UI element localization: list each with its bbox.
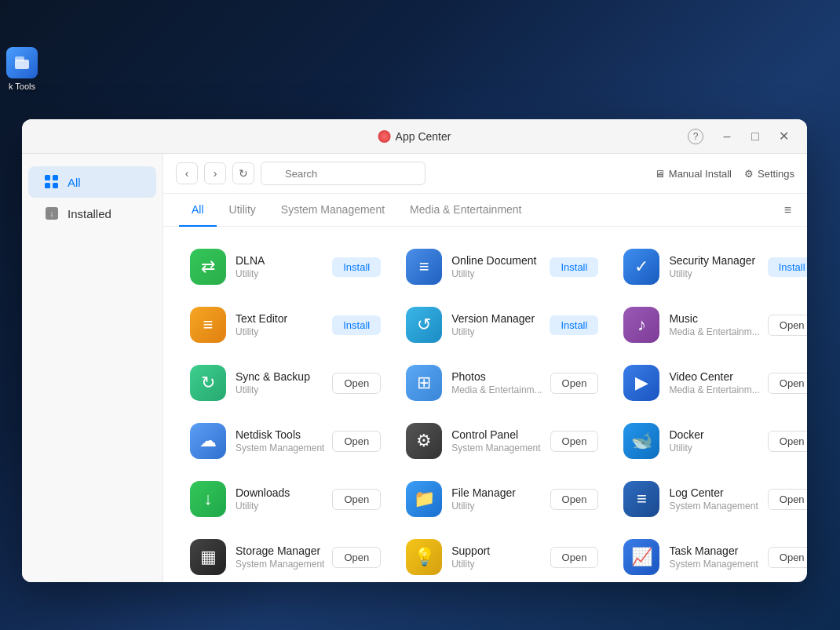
app-action-text-editor[interactable]: Install — [332, 315, 381, 335]
app-info-security-manager: Security Manager Utility — [669, 254, 759, 279]
app-action-storage-manager[interactable]: Open — [332, 547, 381, 568]
app-action-video-center[interactable]: Open — [768, 373, 807, 394]
app-item-text-editor[interactable]: ≡ Text Editor Utility Install — [179, 297, 392, 352]
app-info-file-manager: File Manager Utility — [451, 486, 542, 512]
app-info-sync-backup: Sync & Backup Utility — [236, 370, 324, 395]
app-category-log-center: System Management — [669, 501, 759, 512]
svg-rect-2 — [45, 175, 50, 180]
app-icon-log-center: ≡ — [623, 481, 659, 517]
app-info-text-editor: Text Editor Utility — [236, 312, 324, 337]
app-action-support[interactable]: Open — [550, 547, 599, 568]
app-item-support[interactable]: 💡 Support Utility Open — [395, 530, 609, 582]
app-name-version-manager: Version Manager — [451, 312, 542, 325]
app-name-downloads: Downloads — [236, 486, 324, 499]
app-item-storage-manager[interactable]: ▦ Storage Manager System Management Open — [179, 530, 392, 582]
app-icon-netdisk-tools: ☁ — [190, 423, 226, 459]
app-info-netdisk-tools: Netdisk Tools System Management — [236, 428, 324, 453]
app-info-music: Music Media & Entertainm... — [669, 312, 759, 337]
installed-icon: ↓ — [44, 206, 60, 221]
tab-system-management[interactable]: System Management — [268, 194, 397, 227]
app-item-dlna[interactable]: ⇄ DLNA Utility Install — [179, 239, 392, 294]
app-action-music[interactable]: Open — [768, 315, 807, 336]
app-action-security-manager[interactable]: Install — [768, 257, 807, 277]
window-title: App Center — [378, 130, 451, 143]
help-button[interactable]: ? — [688, 129, 703, 144]
svg-rect-4 — [45, 183, 50, 188]
sidebar: All ↓ Installed — [22, 154, 163, 582]
tab-media-entertainment[interactable]: Media & Entertainment — [397, 194, 534, 227]
app-action-online-document[interactable]: Install — [550, 257, 598, 277]
maximize-button[interactable]: □ — [744, 126, 766, 147]
app-action-netdisk-tools[interactable]: Open — [332, 431, 381, 452]
forward-button[interactable]: › — [204, 162, 226, 184]
app-name-log-center: Log Center — [669, 486, 759, 499]
close-button[interactable]: ✕ — [772, 126, 794, 147]
app-info-video-center: Video Center Media & Entertainm... — [669, 370, 759, 395]
app-action-version-manager[interactable]: Install — [550, 315, 598, 335]
app-action-sync-backup[interactable]: Open — [332, 373, 381, 394]
app-category-control-panel: System Management — [451, 442, 542, 453]
app-item-file-manager[interactable]: 📁 File Manager Utility Open — [395, 472, 609, 526]
desktop-icon-netdisk[interactable]: k Tools — [6, 47, 38, 91]
apps-grid: ⇄ DLNA Utility Install ≡ Online Document… — [163, 227, 807, 582]
app-name-photos: Photos — [451, 370, 542, 383]
app-name-docker: Docker — [669, 428, 759, 441]
app-item-task-manager[interactable]: 📈 Task Manager System Management Open — [612, 530, 807, 582]
app-info-support: Support Utility — [451, 544, 542, 570]
search-input[interactable] — [261, 162, 425, 185]
sidebar-item-all[interactable]: All — [28, 166, 156, 198]
app-action-photos[interactable]: Open — [550, 373, 599, 394]
app-category-support: Utility — [451, 559, 542, 570]
app-action-log-center[interactable]: Open — [768, 489, 807, 510]
svg-rect-3 — [53, 175, 58, 180]
app-category-version-manager: Utility — [451, 326, 542, 337]
app-item-netdisk-tools[interactable]: ☁ Netdisk Tools System Management Open — [179, 413, 392, 468]
app-category-security-manager: Utility — [669, 268, 759, 279]
refresh-button[interactable]: ↻ — [232, 162, 254, 184]
app-item-version-manager[interactable]: ↺ Version Manager Utility Install — [395, 297, 609, 352]
app-action-task-manager[interactable]: Open — [768, 547, 807, 568]
app-item-docker[interactable]: 🐋 Docker Utility Open — [612, 413, 807, 468]
app-icon-photos: ⊞ — [406, 365, 442, 401]
app-item-online-document[interactable]: ≡ Online Document Utility Install — [395, 239, 609, 294]
app-icon-online-document: ≡ — [406, 249, 442, 285]
title-icon — [378, 130, 391, 143]
minimize-button[interactable]: – — [716, 126, 738, 147]
settings-icon: ⚙ — [744, 168, 754, 180]
app-action-dlna[interactable]: Install — [332, 257, 381, 277]
app-item-photos[interactable]: ⊞ Photos Media & Entertainm... Open — [395, 355, 609, 410]
app-item-control-panel[interactable]: ⚙ Control Panel System Management Open — [395, 413, 609, 468]
app-action-downloads[interactable]: Open — [332, 489, 381, 510]
sidebar-installed-label: Installed — [68, 207, 111, 220]
app-info-storage-manager: Storage Manager System Management — [236, 544, 324, 570]
app-category-downloads: Utility — [236, 501, 324, 512]
app-info-dlna: DLNA Utility — [236, 254, 324, 279]
app-action-control-panel[interactable]: Open — [550, 431, 599, 452]
tab-all[interactable]: All — [179, 194, 217, 227]
app-action-docker[interactable]: Open — [768, 431, 807, 452]
app-icon-text-editor: ≡ — [190, 307, 226, 343]
app-name-security-manager: Security Manager — [669, 254, 759, 267]
app-icon-security-manager: ✓ — [623, 249, 659, 285]
app-icon-dlna: ⇄ — [190, 249, 226, 285]
app-name-online-document: Online Document — [451, 254, 542, 267]
app-item-video-center[interactable]: ▶ Video Center Media & Entertainm... Ope… — [612, 355, 807, 410]
app-item-downloads[interactable]: ↓ Downloads Utility Open — [179, 472, 392, 526]
sidebar-item-installed[interactable]: ↓ Installed — [28, 198, 156, 229]
desktop-icon-image — [6, 47, 38, 78]
app-icon-task-manager: 📈 — [623, 539, 659, 575]
app-item-security-manager[interactable]: ✓ Security Manager Utility Install — [612, 239, 807, 294]
manual-install-button[interactable]: 🖥 Manual Install — [655, 168, 732, 180]
app-icon-version-manager: ↺ — [406, 307, 442, 343]
app-item-sync-backup[interactable]: ↻ Sync & Backup Utility Open — [179, 355, 392, 410]
app-action-file-manager[interactable]: Open — [550, 489, 599, 510]
app-info-control-panel: Control Panel System Management — [451, 428, 542, 453]
tab-utility[interactable]: Utility — [217, 194, 268, 227]
back-button[interactable]: ‹ — [176, 162, 198, 184]
filter-icon[interactable]: ≡ — [784, 203, 791, 217]
settings-button[interactable]: ⚙ Settings — [744, 168, 794, 180]
app-item-music[interactable]: ♪ Music Media & Entertainm... Open — [612, 297, 807, 352]
apps-list: ⇄ DLNA Utility Install ≡ Online Document… — [179, 239, 791, 582]
app-category-dlna: Utility — [236, 268, 324, 279]
app-item-log-center[interactable]: ≡ Log Center System Management Open — [612, 472, 807, 526]
